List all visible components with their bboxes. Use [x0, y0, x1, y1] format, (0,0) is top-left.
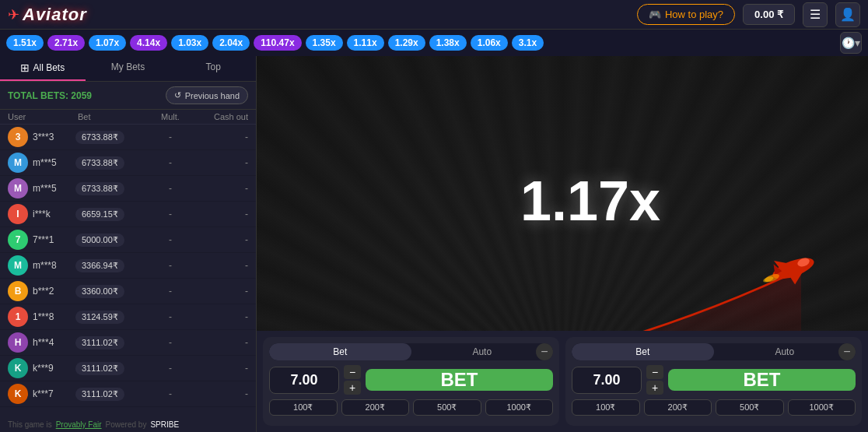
- cash-out-value: -: [194, 234, 248, 245]
- bet-amount: 3111.02₹: [75, 388, 147, 401]
- bet-amount: 3124.59₹: [75, 311, 147, 324]
- username: 7***1: [33, 234, 75, 245]
- panel-tabs: Bet Auto: [269, 343, 553, 360]
- table-row: H h***4 3111.02₹ - -: [0, 330, 256, 356]
- quick-amount-button[interactable]: 200₹: [644, 399, 712, 416]
- multiplier-badge[interactable]: 1.07x: [89, 35, 126, 51]
- cash-out-value: -: [194, 363, 248, 374]
- menu-button[interactable]: ☰: [803, 2, 828, 27]
- table-row: K k***9 3111.02₹ - -: [0, 356, 256, 381]
- mult-value: -: [147, 157, 194, 168]
- multiplier-badge[interactable]: 1.29x: [388, 35, 425, 51]
- engine-label: SPRIBE: [150, 420, 179, 429]
- provably-fair-link[interactable]: Provably Fair: [56, 420, 102, 429]
- multiplier-badge[interactable]: 3.1x: [512, 35, 544, 51]
- quick-amount-button[interactable]: 200₹: [341, 399, 410, 416]
- bet-button[interactable]: BET: [668, 369, 856, 391]
- multiplier-badge[interactable]: 1.06x: [471, 35, 508, 51]
- avatar: K: [8, 384, 28, 404]
- multiplier-badge[interactable]: 1.11x: [347, 35, 384, 51]
- bet-amount: 6733.88₹: [75, 182, 147, 195]
- refresh-icon: ↺: [174, 90, 181, 100]
- panel-tab-bet[interactable]: Bet: [572, 343, 714, 360]
- panel-tabs: Bet Auto: [572, 343, 856, 360]
- bet-amount-input[interactable]: [572, 367, 642, 394]
- quick-amount-button[interactable]: 500₹: [413, 399, 481, 416]
- mult-value: -: [147, 311, 194, 322]
- amount-minus-button[interactable]: −: [344, 365, 361, 379]
- user-button[interactable]: 👤: [835, 2, 860, 27]
- tab-all-bets[interactable]: ⊞ All Bets: [0, 56, 86, 81]
- remove-panel-button[interactable]: −: [838, 343, 856, 360]
- multiplier-badge[interactable]: 110.47x: [254, 35, 301, 51]
- tabs-row: ⊞ All Bets My Bets Top: [0, 56, 256, 82]
- game-area: 1.17x: [257, 56, 868, 432]
- username: b***2: [33, 286, 75, 297]
- multiplier-badge[interactable]: 1.38x: [429, 35, 467, 51]
- tab-my-bets[interactable]: My Bets: [86, 56, 171, 81]
- cash-out-value: -: [194, 311, 248, 322]
- question-icon: 🎮: [649, 9, 661, 20]
- avatar: 7: [8, 230, 28, 250]
- multiplier-badge[interactable]: 1.51x: [6, 35, 44, 51]
- amount-controls: − +: [646, 365, 663, 395]
- bet-amount-input[interactable]: [269, 367, 339, 394]
- header-right: 🎮 How to play? 0.00 ₹ ☰ 👤: [637, 2, 860, 27]
- amount-minus-button[interactable]: −: [646, 365, 663, 379]
- tab-top[interactable]: Top: [170, 56, 256, 81]
- cash-out-value: -: [194, 183, 248, 194]
- multiplier-badge[interactable]: 1.35x: [306, 35, 343, 51]
- col-cash-header: Cash out: [194, 112, 248, 121]
- multiplier-bar: 1.51x2.71x1.07x4.14x1.03x2.04x110.47x1.3…: [0, 30, 868, 56]
- panel-tab-auto[interactable]: Auto: [411, 343, 554, 360]
- table-row: 3 3***3 6733.88₹ - -: [0, 125, 256, 150]
- bet-button[interactable]: BET: [366, 369, 553, 391]
- multiplier-badge[interactable]: 1.03x: [171, 35, 208, 51]
- multiplier-badge[interactable]: 2.04x: [212, 35, 250, 51]
- left-panel: ⊞ All Bets My Bets Top TOTAL BETS: 2059 …: [0, 56, 257, 432]
- quick-amounts: 100₹200₹500₹1000₹: [269, 399, 553, 416]
- mult-value: -: [147, 363, 194, 374]
- how-to-play-button[interactable]: 🎮 How to play?: [637, 4, 735, 25]
- cash-out-value: -: [194, 337, 248, 348]
- multiplier-badge[interactable]: 4.14x: [130, 35, 167, 51]
- username: k***7: [33, 388, 75, 399]
- grid-icon: ⊞: [20, 61, 30, 74]
- quick-amount-button[interactable]: 100₹: [572, 399, 640, 416]
- quick-amount-button[interactable]: 500₹: [716, 399, 784, 416]
- history-button[interactable]: 🕐▾: [840, 32, 862, 54]
- multiplier-badge[interactable]: 2.71x: [47, 35, 85, 51]
- username: m***5: [33, 157, 75, 168]
- avatar: M: [8, 153, 28, 173]
- bets-list: 3 3***3 6733.88₹ - - M m***5 6733.88₹ - …: [0, 125, 256, 417]
- multiplier-display: 1.17x: [520, 169, 660, 233]
- mult-value: -: [147, 286, 194, 297]
- bet-amount: 3360.00₹: [75, 285, 147, 298]
- avatar: H: [8, 332, 28, 353]
- table-row: B b***2 3360.00₹ - -: [0, 279, 256, 304]
- amount-plus-button[interactable]: +: [344, 381, 361, 395]
- total-bets-label: TOTAL BETS: 2059: [8, 90, 92, 101]
- avatar: M: [8, 178, 28, 198]
- main-layout: ⊞ All Bets My Bets Top TOTAL BETS: 2059 …: [0, 56, 868, 432]
- col-user-header: User: [8, 112, 78, 121]
- quick-amount-button[interactable]: 1000₹: [485, 399, 554, 416]
- remove-panel-button[interactable]: −: [536, 343, 553, 360]
- panel-tab-bet[interactable]: Bet: [269, 343, 411, 360]
- avatar: I: [8, 204, 28, 224]
- panel-tab-auto[interactable]: Auto: [714, 343, 856, 360]
- quick-amount-button[interactable]: 100₹: [269, 399, 338, 416]
- amount-plus-button[interactable]: +: [646, 381, 663, 395]
- previous-hand-button[interactable]: ↺ Previous hand: [166, 86, 248, 104]
- balance-display: 0.00 ₹: [743, 4, 795, 25]
- mult-value: -: [147, 260, 194, 271]
- table-row: 7 7***1 5000.00₹ - -: [0, 227, 256, 253]
- bet-amount: 6733.88₹: [75, 156, 147, 170]
- table-row: M m***8 3366.94₹ - -: [0, 253, 256, 279]
- bottom-controls: − Bet Auto − + BET 100₹200₹500₹1000₹ − B…: [257, 331, 868, 432]
- table-row: M m***5 6733.88₹ - -: [0, 150, 256, 176]
- quick-amount-button[interactable]: 1000₹: [788, 399, 856, 416]
- col-bet-header: Bet: [78, 112, 147, 121]
- bet-amount: 3111.02₹: [75, 362, 147, 375]
- bet-panel-1: − Bet Auto − + BET 100₹200₹500₹1000₹: [263, 337, 559, 426]
